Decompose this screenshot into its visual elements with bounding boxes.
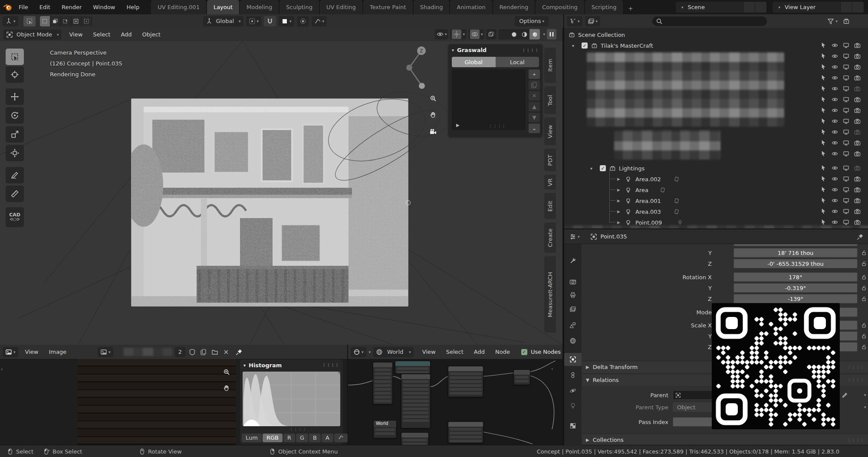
filter-icon[interactable]	[827, 18, 834, 25]
transform-field[interactable]: 18' 716 thou	[733, 248, 858, 258]
disable-renders-icon[interactable]	[854, 64, 861, 70]
lock-icon[interactable]	[861, 250, 867, 256]
outliner-row-blurred[interactable]	[564, 116, 868, 127]
outliner-display-mode-dropdown[interactable]: ▾	[585, 16, 601, 26]
hide-viewport-icon[interactable]	[832, 107, 838, 114]
viewport-menu-select[interactable]: Select	[88, 31, 115, 38]
pause-render-button[interactable]	[547, 29, 556, 39]
expand-icon[interactable]: ▾	[572, 43, 574, 48]
disable-viewports-icon[interactable]	[843, 165, 849, 171]
disable-viewports-icon[interactable]	[843, 208, 849, 215]
disable-renders-icon[interactable]	[854, 129, 861, 135]
unlink-image-icon[interactable]	[223, 349, 230, 356]
zoom-icon[interactable]	[430, 95, 437, 103]
workspace-tab-animation[interactable]: Animation	[450, 0, 492, 14]
histogram-channel-g[interactable]: G	[296, 434, 308, 442]
lock-icon[interactable]	[861, 285, 867, 291]
proportional-falloff-dropdown[interactable]: ▾	[312, 16, 327, 26]
lock-icon[interactable]	[861, 296, 867, 302]
region-toggle-arrow[interactable]: ›	[1, 366, 3, 372]
shader-node[interactable]	[401, 432, 429, 445]
disable-renders-icon[interactable]	[854, 165, 861, 171]
scene-selector[interactable]: ▾ Scene	[676, 2, 767, 13]
disable-viewports-icon[interactable]	[843, 53, 849, 59]
selectable-icon[interactable]	[820, 208, 827, 215]
image-menu-image[interactable]: Image	[43, 349, 72, 355]
pivot-point-dropdown[interactable]: ▾	[246, 16, 262, 26]
shader-node[interactable]	[448, 366, 483, 397]
histogram-channel-lum[interactable]: Lum	[242, 434, 262, 442]
shader-node[interactable]	[448, 421, 483, 443]
image-pan-icon[interactable]	[223, 385, 230, 392]
selectable-icon[interactable]	[820, 140, 827, 146]
outliner-row-scene-collection[interactable]: Scene Collection	[564, 29, 868, 40]
menu-file[interactable]: File	[13, 0, 34, 14]
sidebar-tab-create[interactable]: Create	[544, 222, 556, 253]
disable-renders-icon[interactable]	[854, 150, 861, 157]
node-canvas[interactable]: ‹ World	[348, 359, 562, 445]
image-menu-view[interactable]: View	[20, 349, 44, 355]
select-mode-3[interactable]	[61, 16, 71, 26]
disable-renders-icon[interactable]	[854, 176, 861, 182]
view-layer-remove-button[interactable]	[852, 2, 864, 13]
editor-type-tool-button[interactable]: ▾	[3, 16, 18, 26]
menu-help[interactable]: Help	[121, 0, 145, 14]
expand-icon[interactable]: ▶	[617, 177, 620, 181]
selectable-icon[interactable]	[820, 107, 827, 114]
scene-unlink-button[interactable]	[755, 2, 766, 13]
scene-copy-button[interactable]	[743, 2, 755, 13]
lock-icon[interactable]	[861, 322, 867, 328]
shading-rendered[interactable]	[529, 29, 540, 39]
fake-user-icon[interactable]	[189, 349, 196, 356]
workspace-tab-texture-paint[interactable]: Texture Paint	[363, 0, 413, 14]
image-name-blurred[interactable]	[115, 348, 172, 356]
selectable-icon[interactable]	[820, 96, 827, 103]
image-users-count[interactable]: 2	[175, 347, 185, 357]
node-menu-add[interactable]: Add	[469, 349, 490, 355]
disable-viewports-icon[interactable]	[843, 219, 849, 225]
open-image-icon[interactable]	[211, 349, 218, 356]
play-icon[interactable]: ▶	[456, 123, 460, 127]
workspace-tab-layout[interactable]: Layout	[207, 0, 239, 14]
selectable-icon[interactable]	[820, 42, 827, 49]
menu-render[interactable]: Render	[56, 0, 87, 14]
workspace-tab-uv-editing[interactable]: UV Editing	[320, 0, 362, 14]
hide-viewport-icon[interactable]	[832, 219, 838, 225]
disable-renders-icon[interactable]	[854, 53, 861, 59]
selectable-icon[interactable]	[820, 118, 827, 124]
mode-dropdown[interactable]: Object Mode▾	[3, 29, 61, 40]
pan-hand-icon[interactable]	[430, 111, 437, 120]
workspace-tab-shading[interactable]: Shading	[414, 0, 450, 14]
disable-renders-icon[interactable]	[854, 96, 861, 103]
hide-viewport-icon[interactable]	[832, 197, 838, 204]
select-mode-4[interactable]	[71, 16, 82, 26]
disable-renders-icon[interactable]	[854, 118, 861, 124]
outliner-row-area-001[interactable]: ▶Area.001	[564, 196, 868, 206]
outliner-row-blurred[interactable]	[564, 105, 868, 116]
properties-tab-world[interactable]	[564, 334, 582, 347]
disable-renders-icon[interactable]	[854, 140, 861, 146]
expand-icon[interactable]: ▶	[617, 209, 620, 214]
outliner-row-blurred[interactable]	[564, 138, 868, 148]
outliner-row-lightings[interactable]: ▾✓Lightings	[564, 163, 868, 173]
sidebar-tab-vr[interactable]: VR	[544, 175, 556, 189]
graswald-tab-local[interactable]: Local	[496, 57, 539, 67]
hide-viewport-icon[interactable]	[832, 85, 838, 92]
camera-view-icon[interactable]	[430, 128, 437, 137]
viewport-menu-object[interactable]: Object	[137, 31, 166, 38]
selectable-icon[interactable]	[820, 197, 827, 204]
graswald-add-button[interactable]: ＋	[529, 69, 540, 79]
expand-icon[interactable]: ▶	[617, 188, 620, 192]
use-nodes-checkbox[interactable]: ✓	[521, 349, 527, 355]
hide-viewport-icon[interactable]	[832, 118, 838, 124]
histogram-channel-a[interactable]: A	[322, 434, 333, 442]
shader-node[interactable]	[395, 361, 431, 374]
properties-tab-output[interactable]	[564, 288, 582, 301]
outliner-row-blurred[interactable]	[564, 62, 868, 72]
shading-material[interactable]	[519, 29, 529, 39]
outliner-search-input[interactable]	[652, 16, 767, 26]
selectable-icon[interactable]	[820, 129, 827, 135]
hide-viewport-icon[interactable]	[832, 165, 838, 171]
disable-viewports-icon[interactable]	[843, 75, 849, 81]
graswald-menu-button[interactable]: ⌄	[529, 124, 540, 133]
